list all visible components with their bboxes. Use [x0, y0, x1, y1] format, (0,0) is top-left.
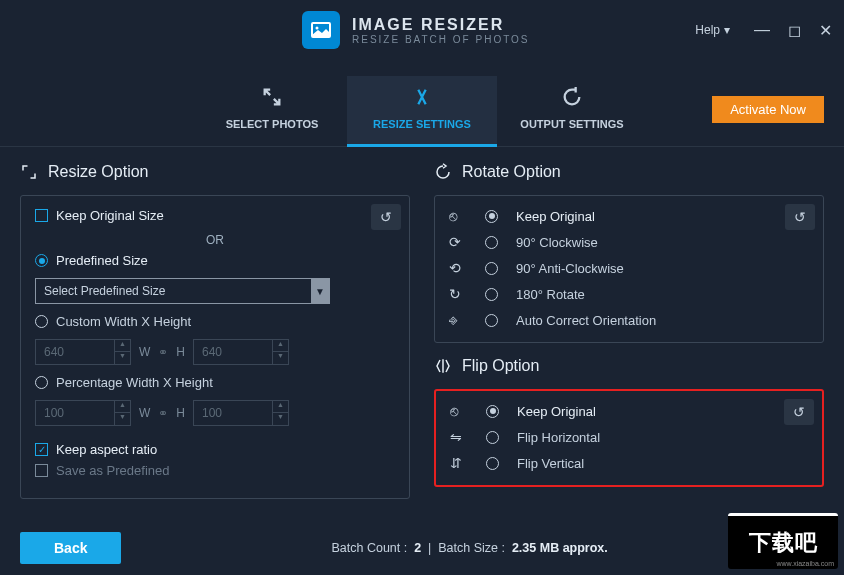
rotate-90acw-radio[interactable]: ⟲90° Anti-Clockwise [449, 260, 809, 276]
flip-horizontal-radio[interactable]: ⇋Flip Horizontal [450, 429, 808, 445]
or-divider: OR [35, 233, 395, 247]
flip-keep-original-radio[interactable]: ⎋Keep Original [450, 403, 808, 419]
chevron-down-icon: ▾ [724, 23, 730, 37]
flip-icon [434, 357, 452, 375]
flip-reset-button[interactable]: ↺ [784, 399, 814, 425]
rotate-auto-radio[interactable]: ⎆Auto Correct Orientation [449, 312, 809, 328]
watermark: 下载吧 www.xiazaiba.com [728, 513, 838, 569]
resize-icon [411, 86, 433, 108]
app-logo [302, 11, 340, 49]
resize-section-title: Resize Option [20, 163, 410, 181]
auto-icon: ⎆ [449, 312, 467, 328]
link-icon: ⚭ [158, 406, 168, 420]
link-icon: ⚭ [158, 345, 168, 359]
keep-icon: ⎋ [449, 208, 467, 224]
close-button[interactable]: ✕ [819, 21, 832, 40]
resize-arrows-icon [20, 163, 38, 181]
tab-resize-settings[interactable]: RESIZE SETTINGS [347, 76, 497, 146]
activate-button[interactable]: Activate Now [712, 96, 824, 123]
svg-point-1 [316, 27, 319, 30]
custom-size-radio[interactable]: Custom Width X Height [35, 314, 395, 329]
keep-aspect-checkbox[interactable]: ✓Keep aspect ratio [35, 442, 395, 457]
dropdown-arrow-icon: ▼ [311, 279, 329, 303]
flip-h-icon: ⇋ [450, 429, 468, 445]
rotate180-icon: ↻ [449, 286, 467, 302]
predefined-size-radio[interactable]: Predefined Size [35, 253, 395, 268]
rotate-180-radio[interactable]: ↻180° Rotate [449, 286, 809, 302]
minimize-button[interactable]: — [754, 21, 770, 40]
tab-select-photos[interactable]: SELECT PHOTOS [197, 76, 347, 146]
keep-icon: ⎋ [450, 403, 468, 419]
keep-original-size-checkbox[interactable]: Keep Original Size [35, 208, 395, 223]
rotate-keep-original-radio[interactable]: ⎋Keep Original [449, 208, 809, 224]
percentage-size-radio[interactable]: Percentage Width X Height [35, 375, 395, 390]
acw-icon: ⟲ [449, 260, 467, 276]
rotate-90cw-radio[interactable]: ⟳90° Clockwise [449, 234, 809, 250]
resize-reset-button[interactable]: ↺ [371, 204, 401, 230]
flip-section-title: Flip Option [434, 357, 824, 375]
help-menu[interactable]: Help▾ [695, 23, 730, 37]
app-title: IMAGE RESIZER [352, 16, 530, 34]
pct-height-input[interactable]: 100▲▼ [193, 400, 289, 426]
batch-info: Batch Count : 2 | Batch Size : 2.35 MB a… [331, 541, 607, 555]
cw-icon: ⟳ [449, 234, 467, 250]
flip-v-icon: ⇵ [450, 455, 468, 471]
maximize-button[interactable]: ◻ [788, 21, 801, 40]
rotate-icon [434, 163, 452, 181]
custom-height-input[interactable]: 640▲▼ [193, 339, 289, 365]
app-subtitle: RESIZE BATCH OF PHOTOS [352, 34, 530, 45]
rotate-reset-button[interactable]: ↺ [785, 204, 815, 230]
tab-output-settings[interactable]: OUTPUT SETTINGS [497, 76, 647, 146]
custom-width-input[interactable]: 640▲▼ [35, 339, 131, 365]
predefined-size-select[interactable]: Select Predefined Size▼ [35, 278, 330, 304]
expand-icon [261, 86, 283, 108]
save-predefined-checkbox[interactable]: Save as Predefined [35, 463, 395, 478]
refresh-icon [561, 86, 583, 108]
back-button[interactable]: Back [20, 532, 121, 564]
pct-width-input[interactable]: 100▲▼ [35, 400, 131, 426]
flip-vertical-radio[interactable]: ⇵Flip Vertical [450, 455, 808, 471]
rotate-section-title: Rotate Option [434, 163, 824, 181]
